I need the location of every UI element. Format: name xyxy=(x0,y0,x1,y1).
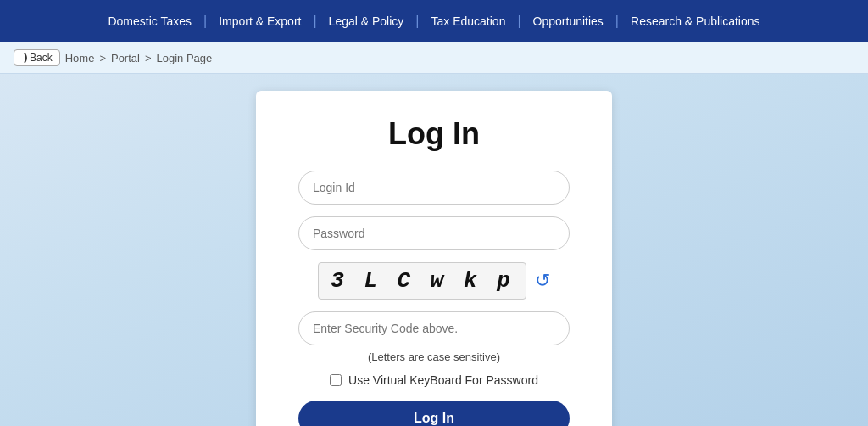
virtual-keyboard-row: Use Virtual KeyBoard For Password xyxy=(298,373,570,387)
captcha-image: 3 L C w k p xyxy=(318,262,526,300)
breadcrumb-portal: Portal xyxy=(111,52,140,64)
back-button[interactable]: ❫Back xyxy=(14,49,60,66)
virtual-keyboard-label[interactable]: Use Virtual KeyBoard For Password xyxy=(348,373,538,387)
nav-opportunities[interactable]: Opportunities xyxy=(521,14,615,28)
security-code-input[interactable] xyxy=(298,311,570,345)
captcha-row: 3 L C w k p ↺ xyxy=(298,262,570,300)
nav-research-publications[interactable]: Research & Publications xyxy=(619,14,772,28)
refresh-captcha-icon[interactable]: ↺ xyxy=(535,270,550,292)
nav-legal-policy[interactable]: Legal & Policy xyxy=(317,14,416,28)
breadcrumb-home: Home xyxy=(65,52,95,64)
breadcrumb-current: Login Page xyxy=(157,52,213,64)
login-card: Log In 3 L C w k p ↺ (Letters are case s… xyxy=(256,91,612,426)
login-title: Log In xyxy=(388,116,480,152)
nav-import-export[interactable]: Import & Export xyxy=(207,14,313,28)
main-content: Log In 3 L C w k p ↺ (Letters are case s… xyxy=(0,74,868,426)
nav-tax-education[interactable]: Tax Education xyxy=(419,14,517,28)
breadcrumb: ❫Back Home > Portal > Login Page xyxy=(0,42,868,74)
breadcrumb-sep-2: > xyxy=(145,52,152,64)
top-navbar: Domestic Taxes | Import & Export | Legal… xyxy=(0,0,868,42)
breadcrumb-sep-1: > xyxy=(99,52,106,64)
password-input[interactable] xyxy=(298,216,570,250)
case-sensitivity-note: (Letters are case sensitive) xyxy=(368,350,500,363)
login-id-input[interactable] xyxy=(298,171,570,205)
login-button[interactable]: Log In xyxy=(298,401,570,426)
virtual-keyboard-checkbox[interactable] xyxy=(330,374,342,386)
nav-domestic-taxes[interactable]: Domestic Taxes xyxy=(96,14,203,28)
